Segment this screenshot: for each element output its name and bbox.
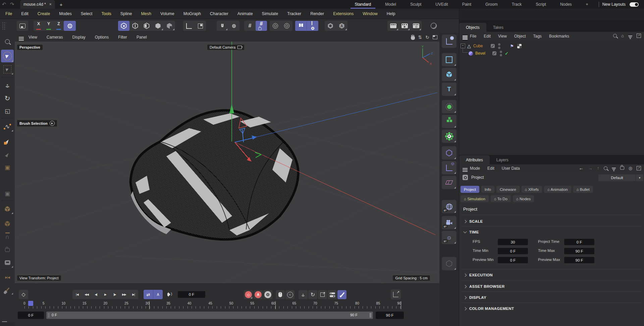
section-asset-browser[interactable]: ASSET BROWSER (459, 282, 644, 291)
layout-tab[interactable]: + (579, 0, 595, 9)
layer-toggle-icon[interactable] (492, 51, 496, 55)
parent-up-icon[interactable]: ↑ (597, 165, 599, 171)
toolbar-drag-handle[interactable] (2, 22, 6, 30)
menu-item[interactable]: Window (363, 11, 377, 16)
rotate-view-icon[interactable]: ↻ (425, 35, 429, 40)
deformer-button[interactable] (442, 146, 457, 160)
polygons-mode-button[interactable] (141, 21, 152, 31)
viewport-menu-item[interactable]: View (29, 35, 37, 40)
lock-icon[interactable] (620, 166, 624, 170)
menu-item[interactable]: Animate (237, 11, 253, 16)
hamburger-icon[interactable] (463, 168, 468, 169)
menu-item[interactable]: Help (387, 11, 395, 16)
record-keyframe-button[interactable]: ◇ (244, 290, 253, 299)
sound-button[interactable] (164, 290, 174, 299)
key-scale-button[interactable] (318, 290, 327, 299)
tab-takes[interactable]: Takes (486, 23, 510, 32)
attribute-tab-button[interactable]: ⌂ Simulation (461, 195, 489, 202)
edges-mode-button[interactable] (129, 21, 141, 31)
view-type-label[interactable]: Perspective (17, 45, 43, 50)
preset-dropdown[interactable]: Default ▾ (598, 174, 643, 181)
text-spline-button[interactable]: T (442, 83, 457, 96)
extrude-tool[interactable] (1, 203, 14, 215)
layout-tab[interactable]: UVEdit (428, 0, 455, 9)
commander-search-button[interactable] (1, 36, 14, 47)
layout-tab[interactable]: Paint (455, 0, 478, 9)
play-hint-icon[interactable] (50, 121, 55, 126)
autokey-button[interactable]: A (254, 290, 263, 299)
transport-button[interactable]: ◀| (91, 290, 101, 299)
keying-pla-button[interactable]: ◇ (285, 290, 294, 299)
filter-icon[interactable] (612, 168, 616, 168)
polygon-pen-tool[interactable] (1, 135, 14, 147)
model-mode-button[interactable] (152, 21, 164, 31)
new-layouts-label[interactable]: New Layouts (602, 2, 626, 7)
hamburger-icon[interactable] (463, 36, 468, 36)
pan-view-icon[interactable] (411, 36, 415, 40)
camera-object-button[interactable]: ST (442, 216, 457, 229)
viewport-menu-item[interactable]: Panel (137, 35, 147, 40)
tweak-mode-button[interactable] (270, 21, 281, 31)
menu-item[interactable]: Tracker (287, 11, 301, 16)
menu-item[interactable]: Volume (160, 11, 174, 16)
menu-item[interactable]: File (5, 11, 12, 16)
attribute-tab-button[interactable]: ⌂ Animation (544, 186, 571, 193)
menu-item[interactable]: Mesh (141, 11, 151, 16)
weld-tool[interactable] (1, 257, 14, 268)
object-menu-item[interactable]: File (470, 34, 476, 39)
layout-tab[interactable]: Track (505, 0, 529, 9)
range-grip-left[interactable] (48, 313, 50, 318)
transport-button[interactable]: ▶▶ (119, 290, 129, 299)
world-coordinates-button[interactable] (64, 21, 76, 31)
keyframe-settings-button[interactable] (263, 290, 272, 299)
document-tab[interactable]: mouse.c4d * × (20, 0, 55, 9)
layout-tab[interactable]: Sculpt (403, 0, 428, 9)
extrude-inner-tool[interactable] (1, 218, 14, 229)
menu-item[interactable]: MoGraph (183, 11, 201, 16)
timeline-ruler[interactable]: 051015202530354045505560657075808590 (23, 301, 401, 310)
search-icon[interactable] (613, 34, 617, 38)
visibility-dots-icon[interactable] (498, 43, 500, 46)
playhead-marker[interactable] (28, 301, 33, 306)
snap-settings-button[interactable] (228, 21, 239, 31)
xpresso-button[interactable] (442, 176, 457, 189)
loop-playback-button[interactable]: ⇄ (144, 290, 153, 299)
menu-item[interactable]: Render (310, 11, 324, 16)
target-icon[interactable]: ◎ (629, 166, 632, 171)
spline-pen-tool[interactable]: ∿ (1, 121, 14, 132)
sky-object-button[interactable]: ST (442, 200, 457, 213)
menu-item[interactable]: Modes (59, 11, 72, 16)
object-row-bevel[interactable]: Bevel ✓ (469, 50, 636, 57)
current-frame-field[interactable]: 0 F (178, 291, 205, 298)
section-scale[interactable]: SCALE (459, 217, 644, 226)
object-menu-item[interactable]: Object (514, 34, 526, 39)
animate-mode-button[interactable]: A (153, 290, 163, 299)
quantize-lock-button[interactable]: # (256, 21, 267, 31)
attribute-tab-button[interactable]: ⌂ XRefs (522, 186, 542, 193)
rectangle-selection-tool[interactable] (1, 64, 14, 75)
null-axis-button[interactable] (442, 161, 457, 174)
section-time[interactable]: TIME (459, 228, 644, 236)
workplane-button[interactable] (195, 21, 206, 31)
undo-icon[interactable]: ↶ (0, 1, 8, 7)
transport-button[interactable]: ▶| (129, 290, 138, 299)
lock-x-axis-button[interactable]: X (34, 21, 44, 31)
inner-extrude-tool[interactable]: ▣ (1, 188, 14, 199)
uv-mode-button[interactable] (164, 21, 175, 31)
mouse-model-mesh[interactable] (130, 110, 298, 239)
attribute-tab-button[interactable]: Info (481, 186, 494, 193)
redo-icon[interactable]: ↷ (8, 1, 16, 7)
expand-toggle-icon[interactable]: − (461, 44, 465, 48)
dock-overflow-menu[interactable] (2, 321, 7, 322)
enable-axis-button[interactable] (183, 21, 195, 31)
object-menu-item[interactable]: Tags (533, 34, 542, 39)
dolly-view-icon[interactable]: ⇅ (418, 35, 422, 40)
tab-attributes[interactable]: Attributes (459, 155, 490, 164)
symmetry-button[interactable] (295, 21, 307, 31)
layout-tab[interactable]: Script (529, 0, 553, 9)
viewport-hamburger-icon[interactable] (19, 37, 24, 38)
attribute-menu-item[interactable]: Edit (487, 166, 494, 171)
menu-item[interactable]: Tools (102, 11, 111, 16)
key-no-pla-button[interactable] (337, 290, 346, 299)
chevron-down-icon[interactable]: ▾ (636, 174, 643, 181)
